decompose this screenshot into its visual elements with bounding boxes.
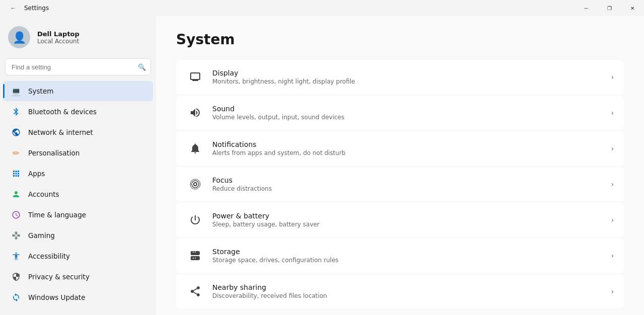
sidebar-item-apps[interactable]: Apps xyxy=(3,164,153,184)
setting-item-notifications[interactable]: Notifications Alerts from apps and syste… xyxy=(176,131,624,166)
focus-icon xyxy=(186,175,204,193)
sidebar-item-update[interactable]: Windows Update xyxy=(3,287,153,307)
power-icon xyxy=(186,211,204,229)
setting-item-focus[interactable]: Focus Reduce distractions › xyxy=(176,167,624,201)
sidebar-item-label: Windows Update xyxy=(28,293,85,301)
apps-icon xyxy=(11,169,21,179)
network-icon xyxy=(11,127,21,137)
focus-chevron: › xyxy=(611,180,614,188)
notifications-desc: Alerts from apps and system, do not dist… xyxy=(212,149,606,156)
titlebar: ← Settings ─ ❐ ✕ xyxy=(0,0,644,16)
display-icon xyxy=(186,68,204,86)
accounts-icon xyxy=(11,189,21,199)
sidebar-item-label: Gaming xyxy=(28,231,55,240)
sidebar-item-bluetooth[interactable]: Bluetooth & devices xyxy=(3,102,153,122)
setting-item-sound[interactable]: Sound Volume levels, output, input, soun… xyxy=(176,96,624,130)
notifications-chevron: › xyxy=(611,144,614,152)
nearby-desc: Discoverability, received files location xyxy=(212,292,606,299)
sidebar-item-gaming[interactable]: Gaming xyxy=(3,225,153,246)
sound-chevron: › xyxy=(611,109,614,117)
user-account-type: Local Account xyxy=(37,38,79,45)
gaming-icon xyxy=(11,230,21,241)
back-button[interactable]: ← xyxy=(6,1,20,15)
search-box: 🔍 xyxy=(5,58,151,75)
svg-point-0 xyxy=(194,183,197,186)
sidebar-item-time[interactable]: Time & language xyxy=(3,205,153,225)
sidebar: 👤 Dell Laptop Local Account 🔍 💻 System B… xyxy=(0,16,156,315)
power-desc: Sleep, battery usage, battery saver xyxy=(212,221,606,228)
storage-text: Storage Storage space, drives, configura… xyxy=(212,248,606,264)
storage-desc: Storage space, drives, configuration rul… xyxy=(212,257,606,264)
setting-item-display[interactable]: Display Monitors, brightness, night ligh… xyxy=(176,60,624,94)
setting-item-nearby[interactable]: Nearby sharing Discoverability, received… xyxy=(176,274,624,308)
notifications-name: Notifications xyxy=(212,140,606,148)
close-button[interactable]: ✕ xyxy=(621,0,644,16)
focus-desc: Reduce distractions xyxy=(212,185,606,192)
system-icon: 💻 xyxy=(11,86,21,96)
nearby-text: Nearby sharing Discoverability, received… xyxy=(212,283,606,299)
notifications-text: Notifications Alerts from apps and syste… xyxy=(212,140,606,156)
sound-text: Sound Volume levels, output, input, soun… xyxy=(212,105,606,121)
sidebar-item-privacy[interactable]: Privacy & security xyxy=(3,267,153,287)
avatar-icon: 👤 xyxy=(13,31,26,44)
sidebar-item-system[interactable]: 💻 System xyxy=(3,81,153,101)
privacy-icon xyxy=(11,272,21,282)
nearby-chevron: › xyxy=(611,287,614,295)
sound-desc: Volume levels, output, input, sound devi… xyxy=(212,114,606,121)
sidebar-item-label: Accessibility xyxy=(28,252,70,260)
setting-item-power[interactable]: Power & battery Sleep, battery usage, ba… xyxy=(176,203,624,237)
display-chevron: › xyxy=(611,73,614,81)
avatar: 👤 xyxy=(8,26,30,48)
maximize-button[interactable]: ❐ xyxy=(598,0,621,16)
display-name: Display xyxy=(212,69,606,77)
update-icon xyxy=(11,292,21,302)
settings-list: Display Monitors, brightness, night ligh… xyxy=(176,60,624,308)
storage-name: Storage xyxy=(212,248,606,256)
sidebar-item-network[interactable]: Network & internet xyxy=(3,122,153,142)
svg-point-1 xyxy=(192,181,199,188)
sidebar-item-label: Privacy & security xyxy=(28,273,90,281)
sound-icon xyxy=(186,104,204,122)
power-text: Power & battery Sleep, battery usage, ba… xyxy=(212,212,606,228)
storage-icon xyxy=(186,247,204,265)
sound-name: Sound xyxy=(212,105,606,113)
sidebar-item-label: Personalisation xyxy=(28,149,79,157)
sidebar-item-accounts[interactable]: Accounts xyxy=(3,184,153,204)
setting-item-storage[interactable]: Storage Storage space, drives, configura… xyxy=(176,239,624,273)
personalisation-icon: ✏️ xyxy=(11,148,21,158)
app-body: 👤 Dell Laptop Local Account 🔍 💻 System B… xyxy=(0,16,644,315)
display-desc: Monitors, brightness, night light, displ… xyxy=(212,78,606,85)
minimize-button[interactable]: ─ xyxy=(575,0,598,16)
user-section: 👤 Dell Laptop Local Account xyxy=(0,22,156,58)
sidebar-item-label: Time & language xyxy=(28,211,86,219)
sidebar-item-label: Bluetooth & devices xyxy=(28,108,97,116)
sidebar-item-label: Network & internet xyxy=(28,128,93,136)
accessibility-icon xyxy=(11,251,21,261)
user-name: Dell Laptop xyxy=(37,30,79,38)
titlebar-left: ← Settings xyxy=(6,1,49,15)
power-name: Power & battery xyxy=(212,212,606,220)
search-input[interactable] xyxy=(5,58,151,75)
app-title: Settings xyxy=(24,5,49,12)
window-controls: ─ ❐ ✕ xyxy=(575,0,644,16)
time-icon xyxy=(11,210,21,220)
focus-name: Focus xyxy=(212,176,606,184)
sidebar-nav: 💻 System Bluetooth & devices Network & i… xyxy=(0,81,156,308)
user-info: Dell Laptop Local Account xyxy=(37,30,79,45)
page-title: System xyxy=(176,31,624,48)
power-chevron: › xyxy=(611,216,614,224)
sidebar-item-label: Accounts xyxy=(28,190,59,198)
sidebar-item-label: Apps xyxy=(28,170,45,178)
nearby-icon xyxy=(186,282,204,300)
sidebar-item-accessibility[interactable]: Accessibility xyxy=(3,246,153,266)
bluetooth-icon xyxy=(11,107,21,117)
nearby-name: Nearby sharing xyxy=(212,283,606,291)
display-text: Display Monitors, brightness, night ligh… xyxy=(212,69,606,85)
notifications-icon xyxy=(186,139,204,158)
sidebar-item-label: System xyxy=(28,87,53,95)
main-content: System Display Monitors, brightness, nig… xyxy=(156,16,644,315)
storage-chevron: › xyxy=(611,252,614,260)
search-icon: 🔍 xyxy=(138,63,146,71)
focus-text: Focus Reduce distractions xyxy=(212,176,606,192)
sidebar-item-personalisation[interactable]: ✏️ Personalisation xyxy=(3,143,153,163)
